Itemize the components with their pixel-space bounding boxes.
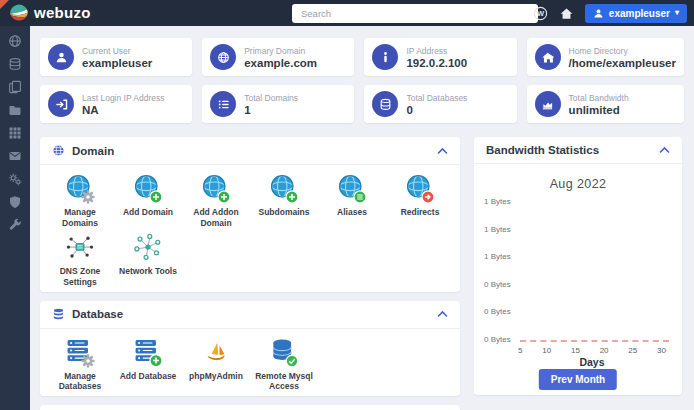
y-axis-tick-label: 1 Bytes <box>484 197 511 206</box>
svg-text:W: W <box>537 9 545 18</box>
sidebar-item-tools[interactable] <box>8 218 22 232</box>
app-item-redirects[interactable]: Redirects <box>386 171 454 228</box>
chevron-up-icon[interactable] <box>659 146 670 154</box>
topbar: webuzo W exampleuser ▾ <box>0 0 694 26</box>
app-item-phpmyadmin[interactable]: phpMyAdmin <box>182 335 250 392</box>
app-item-manage-databases[interactable]: Manage Databases <box>46 335 114 392</box>
sidebar <box>0 26 30 410</box>
globe-plus-icon <box>132 173 164 205</box>
sidebar-item-domains[interactable] <box>8 34 22 48</box>
globe-list-icon <box>336 173 368 205</box>
app-item-add-database[interactable]: Add Database <box>114 335 182 392</box>
bandwidth-series-line <box>520 340 669 342</box>
domain-items: Manage Domains Add Domai <box>40 165 460 292</box>
globe-gear-icon <box>64 173 96 205</box>
sidebar-item-files[interactable] <box>8 80 22 94</box>
card-label: Current User <box>82 46 152 56</box>
webuzo-logo-icon <box>8 2 29 23</box>
x-axis-tick-label: 20 <box>600 346 609 355</box>
database-icon <box>372 91 398 117</box>
card-label: Total Bandwidth <box>569 93 629 103</box>
card-total-domains: Total Domains 1 <box>202 85 354 123</box>
sidebar-item-file-manager[interactable] <box>8 103 22 117</box>
app-item-subdomains[interactable]: Subdomains <box>250 171 318 228</box>
bandwidth-chart-icon <box>535 91 561 117</box>
caret-down-icon: ▾ <box>675 9 679 17</box>
next-panel-top-edge <box>40 405 460 410</box>
database-stack-icon <box>52 308 65 321</box>
card-label: Total Domains <box>244 93 298 103</box>
y-axis-tick-label: 0 Bytes <box>484 335 511 344</box>
card-label: Total Databases <box>406 93 467 103</box>
app-item-remote-mysql-access[interactable]: Remote Mysql Access <box>250 335 318 392</box>
bandwidth-panel: Bandwidth Statistics Aug 2022 1 Bytes 1 … <box>474 137 682 395</box>
y-axis-tick-label: 0 Bytes <box>484 307 511 316</box>
domain-panel: Domain <box>40 137 460 292</box>
domain-globe-icon <box>52 144 65 157</box>
card-label: Primary Domain <box>244 46 317 56</box>
card-value: exampleuser <box>82 57 152 69</box>
bandwidth-panel-title: Bandwidth Statistics <box>486 144 599 156</box>
sidebar-item-databases[interactable] <box>8 57 22 71</box>
card-home-directory: Home Directory /home/exampleuser <box>527 38 684 76</box>
card-value: unlimited <box>569 104 629 116</box>
card-current-user: Current User exampleuser <box>40 38 192 76</box>
list-icon <box>210 91 236 117</box>
app-item-dns-zone-settings[interactable]: DNS Zone Settings <box>46 230 114 287</box>
sidebar-item-services[interactable] <box>8 172 22 186</box>
globe-plus-icon <box>200 173 232 205</box>
sidebar-item-security[interactable] <box>8 195 22 209</box>
database-check-icon <box>268 337 300 369</box>
card-value: 1 <box>244 104 298 116</box>
card-total-databases: Total Databases 0 <box>364 85 516 123</box>
database-panel: Database Manage <box>40 301 460 396</box>
wordpress-icon[interactable]: W <box>533 6 548 21</box>
home-icon[interactable] <box>559 6 574 21</box>
card-label: Last Login IP Address <box>82 93 165 103</box>
server-plus-icon <box>132 337 164 369</box>
app-item-manage-domains[interactable]: Manage Domains <box>46 171 114 228</box>
stat-cards: Current User exampleuser Primary Domain … <box>40 38 684 123</box>
bandwidth-panel-header: Bandwidth Statistics <box>474 137 682 164</box>
webuzo-logo[interactable]: webuzo <box>8 2 91 23</box>
y-axis-tick-label: 1 Bytes <box>484 225 511 234</box>
card-primary-domain: Primary Domain example.com <box>202 38 354 76</box>
logo-text: webuzo <box>34 4 91 21</box>
card-value: /home/exampleuser <box>569 57 676 69</box>
database-items: Manage Databases Add Database <box>40 329 460 396</box>
search-input[interactable] <box>292 4 538 23</box>
chevron-up-icon[interactable] <box>437 147 448 155</box>
main-content: Current User exampleuser Primary Domain … <box>30 26 694 410</box>
x-axis-tick-label: 5 <box>518 346 522 355</box>
card-total-bandwidth: Total Bandwidth unlimited <box>527 85 684 123</box>
chart-title: Aug 2022 <box>474 177 682 191</box>
app-item-add-addon-domain[interactable]: Add Addon Domain <box>182 171 250 228</box>
card-value: 192.0.2.100 <box>406 57 467 69</box>
network-tools-icon <box>132 232 164 264</box>
sidebar-item-email[interactable] <box>8 149 22 163</box>
domain-panel-header: Domain <box>40 137 460 165</box>
user-icon <box>48 44 74 70</box>
x-axis-tick-label: 10 <box>542 346 551 355</box>
topbar-actions: W exampleuser ▾ <box>533 0 687 26</box>
y-axis-tick-label: 1 Bytes <box>484 252 511 261</box>
prev-month-button[interactable]: Prev Month <box>539 369 617 390</box>
x-axis-tick-label: 30 <box>657 346 666 355</box>
x-axis-tick-label: 25 <box>628 346 637 355</box>
app-item-aliases[interactable]: Aliases <box>318 171 386 228</box>
database-panel-header: Database <box>40 301 460 329</box>
phpmyadmin-icon <box>200 337 232 369</box>
card-value: NA <box>82 104 165 116</box>
domain-panel-title: Domain <box>72 145 114 157</box>
app-item-add-domain[interactable]: Add Domain <box>114 171 182 228</box>
sidebar-item-apps[interactable] <box>8 126 22 140</box>
dns-network-icon <box>64 232 96 264</box>
card-label: Home Directory <box>569 46 676 56</box>
home-icon <box>535 44 561 70</box>
chevron-up-icon[interactable] <box>437 310 448 318</box>
app-item-network-tools[interactable]: Network Tools <box>114 230 182 287</box>
server-gear-icon <box>64 337 96 369</box>
user-menu-button[interactable]: exampleuser ▾ <box>585 4 687 23</box>
card-label: IP Address <box>406 46 467 56</box>
globe-redirect-icon <box>404 173 436 205</box>
